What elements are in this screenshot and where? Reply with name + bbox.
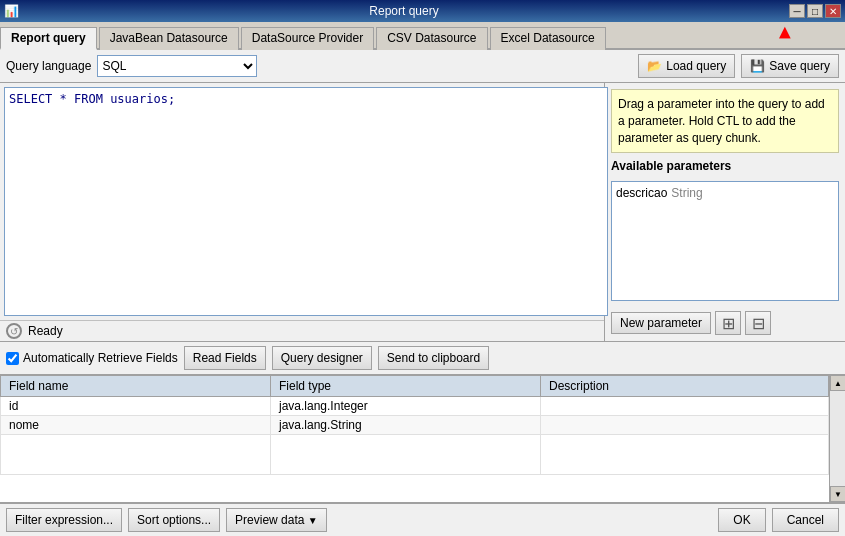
remove-param-icon: ⊟ — [752, 314, 765, 333]
tabstrip: Report query JavaBean Datasource DataSou… — [0, 22, 845, 50]
minimize-button[interactable]: ─ — [789, 4, 805, 18]
col-field-name: Field name — [1, 376, 271, 397]
tab-datasource-provider[interactable]: DataSource Provider — [241, 27, 374, 50]
params-buttons: New parameter ⊞ ⊟ — [611, 311, 839, 335]
cell-field-type-id: java.lang.Integer — [271, 397, 541, 416]
data-table: Field name Field type Description id jav… — [0, 375, 845, 475]
tab-report-query[interactable]: Report query — [0, 27, 97, 50]
query-status: ↺ Ready — [0, 320, 604, 341]
add-param-icon-button[interactable]: ⊞ — [715, 311, 741, 335]
tab-csv-datasource[interactable]: CSV Datasource — [376, 27, 487, 50]
bottom-bar: Filter expression... Sort options... Pre… — [0, 503, 845, 536]
query-language-label: Query language — [6, 59, 91, 73]
scroll-down-button[interactable]: ▼ — [830, 486, 845, 502]
hint-box: Drag a parameter into the query to add a… — [611, 89, 839, 153]
status-text: Ready — [28, 324, 63, 338]
save-query-button[interactable]: 💾 Save query — [741, 54, 839, 78]
load-icon: 📂 — [647, 59, 662, 73]
preview-data-button[interactable]: Preview data ▼ — [226, 508, 327, 532]
add-param-icon: ⊞ — [722, 314, 735, 333]
remove-param-icon-button[interactable]: ⊟ — [745, 311, 771, 335]
right-panel: Drag a parameter into the query to add a… — [605, 83, 845, 341]
preview-arrow-icon: ▼ — [308, 515, 318, 526]
new-parameter-button[interactable]: New parameter — [611, 312, 711, 334]
scrollbar: ▲ ▼ — [829, 375, 845, 502]
cancel-button[interactable]: Cancel — [772, 508, 839, 532]
param-item-descricao[interactable]: descricao — [616, 186, 667, 200]
scroll-up-button[interactable]: ▲ — [830, 375, 845, 391]
save-icon: 💾 — [750, 59, 765, 73]
col-field-type: Field type — [271, 376, 541, 397]
query-designer-button[interactable]: Query designer — [272, 346, 372, 370]
query-editor-pane: SELECT * FROM usuarios; ↺ Ready — [0, 83, 605, 341]
table-row-empty — [1, 435, 845, 475]
tab-javabean-datasource[interactable]: JavaBean Datasource — [99, 27, 239, 50]
titlebar: 📊 Report query ─ □ ✕ — [0, 0, 845, 22]
action-bar: Automatically Retrieve Fields Read Field… — [0, 342, 845, 375]
filter-expression-button[interactable]: Filter expression... — [6, 508, 122, 532]
app-icon: 📊 — [4, 4, 19, 18]
cell-field-name-id: id — [1, 397, 271, 416]
load-query-button[interactable]: 📂 Load query — [638, 54, 735, 78]
table-row: id java.lang.Integer — [1, 397, 845, 416]
query-textarea[interactable]: SELECT * FROM usuarios; — [4, 87, 608, 316]
col-description: Description — [541, 376, 829, 397]
read-fields-button[interactable]: Read Fields — [184, 346, 266, 370]
main-content: SELECT * FROM usuarios; ↺ Ready Drag a p… — [0, 83, 845, 342]
auto-retrieve-checkbox[interactable] — [6, 352, 19, 365]
send-to-clipboard-button[interactable]: Send to clipboard — [378, 346, 489, 370]
tab-excel-datasource[interactable]: Excel Datasource — [490, 27, 606, 50]
data-table-area: Field name Field type Description id jav… — [0, 375, 845, 503]
available-params-label: Available parameters — [611, 159, 839, 173]
toolbar: Query language SQL HQL XPATH MDX 📂 Load … — [0, 50, 845, 83]
red-arrow-indicator: ▼ — [775, 22, 795, 45]
cell-field-name-nome: nome — [1, 416, 271, 435]
close-button[interactable]: ✕ — [825, 4, 841, 18]
cell-description-id — [541, 397, 829, 416]
status-spinner: ↺ — [6, 323, 22, 339]
ok-button[interactable]: OK — [718, 508, 765, 532]
sort-options-button[interactable]: Sort options... — [128, 508, 220, 532]
params-list: descricaoString — [611, 181, 839, 301]
restore-button[interactable]: □ — [807, 4, 823, 18]
cell-description-nome — [541, 416, 829, 435]
cell-field-type-nome: java.lang.String — [271, 416, 541, 435]
auto-retrieve-label[interactable]: Automatically Retrieve Fields — [6, 351, 178, 365]
table-row: nome java.lang.String — [1, 416, 845, 435]
titlebar-title: Report query — [19, 4, 789, 18]
query-language-select[interactable]: SQL HQL XPATH MDX — [97, 55, 257, 77]
